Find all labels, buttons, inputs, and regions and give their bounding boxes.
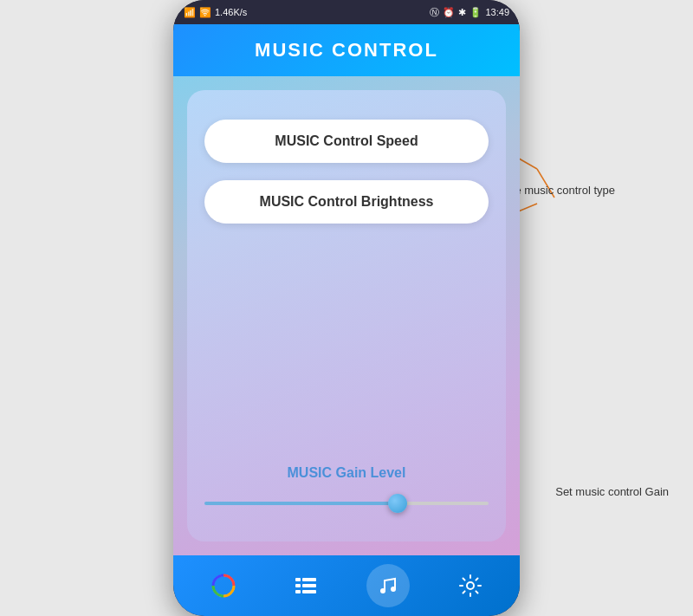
slider-track [204, 502, 489, 505]
music-control-speed-button[interactable]: MUSIC Control Speed [204, 120, 489, 163]
nfc-icon: Ⓝ [430, 6, 439, 19]
svg-rect-11 [295, 590, 301, 593]
status-bar: 📶 🛜 1.46K/s Ⓝ ⏰ ✱ 🔋 13:49 [173, 0, 520, 24]
battery-icon: 🔋 [470, 7, 482, 18]
alarm-icon: ⏰ [443, 7, 455, 18]
nav-colors[interactable] [202, 564, 245, 607]
inner-card: MUSIC Control Speed MUSIC Control Bright… [187, 90, 506, 541]
slider-thumb[interactable] [388, 494, 407, 513]
status-right: Ⓝ ⏰ ✱ 🔋 13:49 [430, 6, 509, 19]
slider-container [204, 495, 489, 512]
spacer [204, 224, 489, 465]
svg-rect-9 [295, 584, 301, 587]
app-title: MUSIC CONTROL [255, 39, 438, 62]
buttons-area: MUSIC Control Speed MUSIC Control Bright… [204, 120, 489, 224]
phone-frame: 📶 🛜 1.46K/s Ⓝ ⏰ ✱ 🔋 13:49 MUSIC CONTROL … [173, 0, 520, 616]
time-display: 13:49 [485, 7, 509, 17]
nav-list[interactable] [284, 564, 327, 607]
bluetooth-icon: ✱ [458, 7, 466, 18]
svg-rect-8 [302, 578, 316, 581]
signal-icon: 📶 [184, 7, 196, 18]
gain-area: MUSIC Gain Level [204, 465, 489, 521]
svg-rect-10 [302, 584, 316, 587]
music-control-brightness-button[interactable]: MUSIC Control Brightness [204, 180, 489, 224]
speed-indicator: 1.46K/s [215, 7, 247, 17]
svg-point-13 [380, 588, 385, 593]
svg-rect-7 [295, 578, 301, 581]
wifi-icon: 🛜 [199, 7, 211, 18]
gain-label: MUSIC Gain Level [204, 465, 489, 481]
main-content: MUSIC Control Speed MUSIC Control Bright… [173, 76, 520, 555]
nav-settings[interactable] [449, 564, 492, 607]
status-left: 📶 🛜 1.46K/s [184, 7, 247, 18]
nav-music[interactable] [366, 564, 410, 607]
svg-point-14 [391, 587, 396, 592]
svg-point-15 [467, 582, 474, 589]
annotation-gain: Set music control Gain [555, 485, 669, 498]
bottom-nav [173, 555, 520, 616]
svg-rect-12 [302, 590, 316, 593]
app-header: MUSIC CONTROL [173, 24, 520, 76]
